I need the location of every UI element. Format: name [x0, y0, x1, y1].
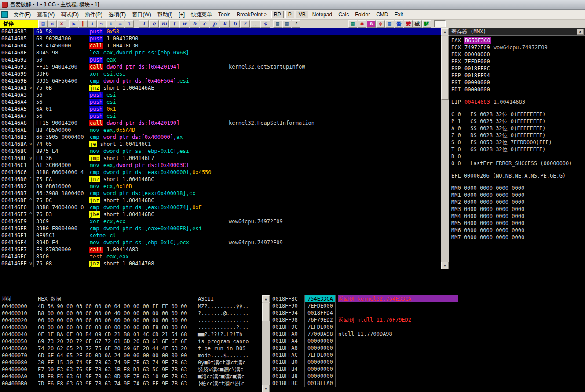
dump-row[interactable]: 00400090E7 D0 E3 63 76 9E 7B 63 1B E8 D1… [0, 366, 262, 373]
disasm-row[interactable]: 004146BAv74 05je short 1.004146C1 [0, 141, 441, 148]
menu-item-window[interactable]: 窗口(W) [129, 10, 154, 19]
menu-item-breakpoint[interactable]: BreakPoint-> [234, 11, 271, 18]
menu-item-view[interactable]: 查看(V) [34, 10, 58, 19]
menu-item-help[interactable]: 帮助(l) [154, 10, 176, 19]
disasm-row[interactable]: 004146BC8975 E4mov dword ptr ss:[ebp-0x1… [0, 148, 441, 155]
mmx-row[interactable]: MM7 0000 0000 0000 0000 [449, 234, 585, 241]
run-icon[interactable]: ▶ [69, 20, 78, 28]
disasm-row[interactable]: 004146A56A 01push 0x1 [0, 105, 441, 113]
dump-row[interactable]: 004000004D 5A 90 00 03 00 00 00 04 00 00… [0, 303, 262, 310]
disasm-row[interactable]: 004146A456push esi [0, 98, 441, 105]
lcg-ai-icon[interactable]: 爱 [404, 20, 413, 28]
appearance-icon[interactable]: ▦ [273, 20, 282, 28]
disasm-row[interactable]: 004146E7^76 D3jbe short 1.004146BC [0, 211, 441, 218]
disasm-row[interactable]: 004146F10F95C1setne cl [0, 232, 441, 239]
disasm-row[interactable]: 004146AEB8 4D5A0000mov eax,0x5A4D [0, 127, 441, 134]
mmx-row[interactable]: MM0 0000 0000 0000 0000 [449, 185, 585, 192]
disasm-row[interactable]: 004146DE^75 DCjnz short 1.004146BC [0, 197, 441, 204]
flag-row[interactable]: T 0 GS 002B 32位 0(FFFFFFFF) [449, 146, 585, 153]
stack-row[interactable]: 0018FF940018FFD4 [270, 309, 585, 316]
stack-row[interactable]: 0018FF9876F79ED2返回到 ntdll_11.76F79ED2 [270, 316, 585, 323]
dump-scrollbar-thumb[interactable] [262, 303, 270, 321]
menu-item-options[interactable]: 选项(T) [106, 10, 129, 19]
pause-icon[interactable]: ‖ [79, 20, 88, 28]
menu-item-cmd[interactable]: CMD [373, 11, 391, 18]
dump-row[interactable]: 0040006074 20 62 65 20 72 75 6E 20 69 6E… [0, 345, 262, 352]
plugin-grid-icon[interactable]: ▦ [348, 20, 357, 28]
disasm-row[interactable]: 004146F4894D E4mov dword ptr ss:[ebp-0x1… [0, 239, 441, 246]
stack-row[interactable]: 0018FF9C7EFDE000 [270, 323, 585, 330]
register-row[interactable]: EAXB650F3C0 [449, 37, 585, 44]
toolbar-letter-m[interactable]: m [159, 20, 169, 28]
menu-item-debug[interactable]: 调试(D) [58, 10, 82, 19]
disasm-scrollbar-thumb[interactable] [441, 36, 449, 100]
toolbar-letter-c[interactable]: c [200, 20, 209, 28]
register-row[interactable]: EDX00000000 [449, 51, 585, 58]
toolbar-letter-r[interactable]: r [240, 20, 250, 28]
disasm-row[interactable]: 0041469933F6xor esi,esi [0, 70, 441, 77]
disasm-row[interactable]: 004146B366:3905 0000400cmp word ptr ds:[… [0, 134, 441, 141]
dump-row[interactable]: 004000A01B E8 E5 63 61 9E 7B 63 0D 9E 7B… [0, 373, 262, 380]
disasm-row[interactable]: 004146836A 58push 0x58 [0, 28, 441, 35]
stack-row[interactable]: 0018FFA07700DA98ntdll_11.7700DA98 [270, 330, 585, 338]
toolbar-letter-p[interactable]: p [210, 20, 219, 28]
menu-item-folder[interactable]: Folder [352, 11, 373, 18]
mmx-row[interactable]: MM4 0000 0000 0000 0000 [449, 213, 585, 220]
disasm-row[interactable]: 004146A1v75 0Bjnz short 1.004146AE [0, 84, 441, 91]
help-icon[interactable]: ? [292, 20, 300, 28]
dump-row[interactable]: 0040002000 00 00 00 00 00 00 00 00 00 00… [0, 317, 262, 324]
dump-row[interactable]: 004000B07D E6 E8 63 63 9E 7B 63 74 9E 7A… [0, 380, 262, 387]
flag-row[interactable]: S 0 FS 0053 32位 7EFDD000(FFF) [449, 139, 585, 146]
register-row[interactable]: ESI00000000 [449, 79, 585, 86]
toolbar-letter-t[interactable]: t [169, 20, 179, 28]
toolbar-letter-k[interactable]: k [220, 20, 230, 28]
toolbar-letter-s[interactable]: s [260, 20, 270, 28]
disasm-row[interactable]: 004146BFvEB 36jmp short 1.004146F7 [0, 155, 441, 162]
dump-row[interactable]: 0040005069 73 20 70 72 6F 67 72 61 6D 20… [0, 338, 262, 345]
dump-row[interactable]: 0040008030 FF 15 30 74 9E 7B 63 74 9E 7B… [0, 359, 262, 366]
plugin-record-icon[interactable]: ● [358, 20, 366, 28]
menu-item-file[interactable]: 文件(F) [11, 10, 34, 19]
stack-row[interactable]: 0018FFA800000000 [270, 345, 585, 352]
flag-row[interactable]: Z 0 DS 002B 32位 0(FFFFFFFF) [449, 132, 585, 139]
register-row-eip[interactable]: EIP004146831.00414683 [449, 98, 585, 105]
dump-row[interactable]: 004000706D 6F 64 65 2E 0D 0D 0A 24 00 00… [0, 352, 262, 359]
disasm-row[interactable]: 004146FC85C0test eax,eax [0, 253, 441, 260]
register-row[interactable]: EDI00000000 [449, 86, 585, 93]
trace-over-icon[interactable]: ⇒ [116, 20, 124, 28]
disasm-scroll-down-button[interactable]: ▼ [441, 262, 449, 269]
disasm-row[interactable]: 0041469250push eax [0, 56, 441, 63]
stack-row[interactable]: 0018FF8C754E33CA返回到 kernel32.754E33CA [270, 295, 585, 302]
disasm-row[interactable]: 004146FEv75 08jnz short 1.00414708 [0, 260, 441, 267]
disasm-scrollbar[interactable]: ▲ ▼ [441, 28, 449, 269]
plugin-table-icon[interactable]: ▦ [385, 20, 394, 28]
stack-row[interactable]: 0018FFBC0018FFA0 [270, 380, 585, 387]
disasm-row[interactable]: 004146C681B8 00004000 4cmp dword ptr ds:… [0, 169, 441, 176]
close-icon[interactable]: × [57, 20, 66, 28]
stack-row[interactable]: 0018FFB000000000 [270, 359, 585, 366]
flag-row[interactable]: O 0 LastErr ERROR_SUCCESS (00000000) [449, 160, 585, 167]
flag-row[interactable]: D 0 [449, 153, 585, 160]
menu-item-exit[interactable]: Exit [391, 11, 406, 18]
efl-row[interactable]: EFL 00000206 (NO,NB,NE,A,NS,PE,GE,G) [449, 172, 585, 179]
open-file-icon[interactable]: ▤ [39, 20, 48, 28]
lcg-po-icon[interactable]: 破 [413, 20, 422, 28]
register-row[interactable]: ECX74972E09wow64cpu.74972E09 [449, 44, 585, 51]
toolbar-letter-l[interactable]: l [139, 20, 149, 28]
dump-row[interactable]: 0040003000 00 00 00 00 00 00 00 00 00 00… [0, 324, 262, 331]
dump-scrollbar[interactable]: ▲ ▼ [262, 295, 270, 392]
disasm-row[interactable]: 004146A356push esi [0, 91, 441, 98]
disasm-row[interactable]: 00414693FF15 94014200call dword ptr ds:[… [0, 63, 441, 70]
menu-item-vb[interactable]: VB [296, 11, 308, 18]
register-row[interactable]: ESP0018FF8C [449, 65, 585, 72]
mmx-row[interactable]: MM5 0000 0000 0000 0000 [449, 220, 585, 227]
disasm-row[interactable]: 004146D0^75 EAjnz short 1.004146BC [0, 176, 441, 183]
toolbar-letter-b[interactable]: b [230, 20, 240, 28]
stack-row[interactable]: 0018FF907EFDE000 [270, 302, 585, 309]
registers-collapse-button[interactable]: < [577, 29, 584, 35]
dump-scroll-down-button[interactable]: ▼ [262, 385, 270, 392]
restart-icon[interactable]: « [48, 20, 57, 28]
lcg-jie-icon[interactable]: 解 [422, 20, 431, 28]
plugin-a-icon[interactable]: A [367, 20, 376, 28]
disasm-row[interactable]: 0041468568 902B4300push 1.00432B90 [0, 35, 441, 42]
